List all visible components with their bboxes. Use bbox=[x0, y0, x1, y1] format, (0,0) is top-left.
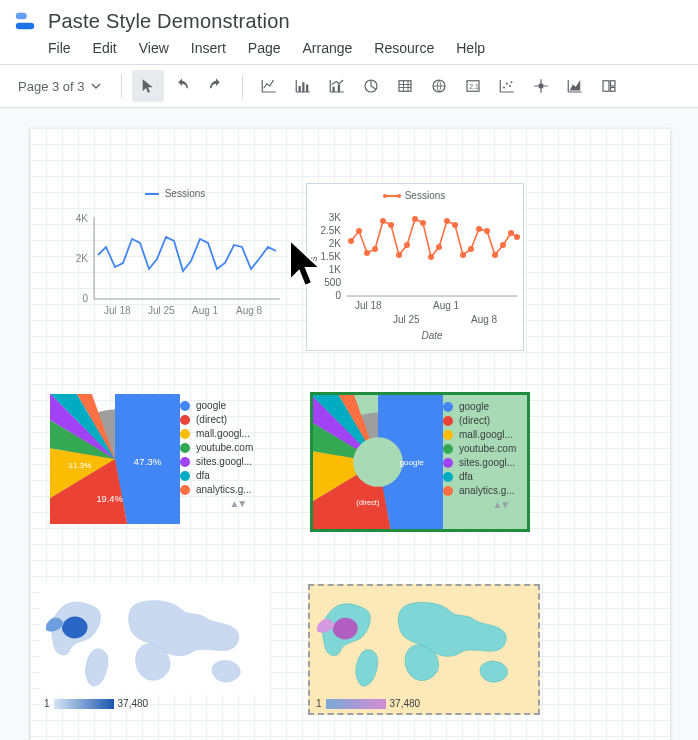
svg-text:Jul 18: Jul 18 bbox=[355, 300, 382, 311]
svg-point-13 bbox=[506, 83, 508, 85]
menu-edit[interactable]: Edit bbox=[93, 40, 117, 56]
pie-chart-icon[interactable] bbox=[355, 70, 387, 102]
area-chart-icon[interactable] bbox=[559, 70, 591, 102]
svg-point-54 bbox=[477, 227, 481, 231]
svg-rect-4 bbox=[306, 85, 308, 93]
geo-chart-icon[interactable] bbox=[423, 70, 455, 102]
svg-rect-6 bbox=[337, 85, 339, 93]
map-legend-gradient bbox=[54, 699, 114, 709]
svg-point-55 bbox=[485, 229, 489, 233]
svg-point-53 bbox=[469, 247, 473, 251]
document-title[interactable]: Paste Style Demonstration bbox=[48, 10, 290, 33]
svg-text:(direct): (direct) bbox=[356, 498, 379, 507]
svg-text:2K: 2K bbox=[329, 238, 342, 249]
svg-text:2K: 2K bbox=[76, 253, 89, 264]
svg-point-40 bbox=[365, 251, 369, 255]
menu-file[interactable]: File bbox=[48, 40, 71, 56]
page-selector-label: Page 3 of 3 bbox=[18, 79, 85, 94]
menu-view[interactable]: View bbox=[139, 40, 169, 56]
svg-text:2.5K: 2.5K bbox=[320, 225, 341, 236]
chart-sessions-line-right[interactable]: Sessions 3K 2.5K 2K 1.5K 1K 500 0 s bbox=[306, 183, 524, 351]
svg-text:Aug 8: Aug 8 bbox=[471, 314, 498, 325]
svg-text:1K: 1K bbox=[329, 264, 342, 275]
svg-rect-16 bbox=[538, 84, 543, 89]
svg-point-52 bbox=[461, 253, 465, 257]
svg-point-39 bbox=[357, 229, 361, 233]
svg-rect-3 bbox=[302, 82, 304, 92]
map-legend-min: 1 bbox=[44, 698, 50, 709]
scorecard-icon[interactable]: 2.1 bbox=[457, 70, 489, 102]
report-page[interactable]: Sessions 4K 2K 0 Jul 18 Jul 25 Aug 1 Aug… bbox=[30, 128, 670, 740]
svg-point-15 bbox=[510, 81, 512, 83]
bullet-chart-icon[interactable] bbox=[525, 70, 557, 102]
svg-text:11.3%: 11.3% bbox=[69, 461, 92, 470]
svg-text:19.4%: 19.4% bbox=[96, 494, 122, 504]
svg-text:0: 0 bbox=[82, 293, 88, 304]
pie-legend: google (direct) mall.googl... youtube.co… bbox=[180, 394, 253, 534]
undo-icon[interactable] bbox=[166, 70, 198, 102]
svg-text:Aug 1: Aug 1 bbox=[433, 300, 460, 311]
svg-rect-17 bbox=[603, 81, 609, 92]
svg-rect-19 bbox=[610, 88, 615, 92]
svg-point-50 bbox=[445, 219, 449, 223]
svg-text:Jul 25: Jul 25 bbox=[393, 314, 420, 325]
app-logo-icon bbox=[12, 8, 38, 34]
svg-point-84 bbox=[353, 437, 403, 487]
menu-insert[interactable]: Insert bbox=[191, 40, 226, 56]
svg-point-58 bbox=[509, 231, 513, 235]
svg-text:Aug 1: Aug 1 bbox=[192, 305, 219, 316]
svg-point-44 bbox=[397, 253, 401, 257]
menu-page[interactable]: Page bbox=[248, 40, 281, 56]
svg-text:s: s bbox=[308, 257, 319, 262]
svg-point-47 bbox=[421, 221, 425, 225]
chart-geomap-left[interactable]: 1 37,480 bbox=[40, 584, 270, 709]
svg-rect-2 bbox=[298, 86, 300, 92]
svg-rect-18 bbox=[610, 81, 615, 86]
menu-arrange[interactable]: Arrange bbox=[303, 40, 353, 56]
treemap-icon[interactable] bbox=[593, 70, 625, 102]
chevron-down-icon bbox=[91, 81, 101, 91]
svg-text:Aug 8: Aug 8 bbox=[236, 305, 263, 316]
toolbar-separator bbox=[242, 74, 243, 98]
svg-text:3K: 3K bbox=[329, 212, 342, 223]
svg-text:47.3%: 47.3% bbox=[134, 456, 162, 467]
legend-pager[interactable]: ▲▼ bbox=[443, 499, 516, 510]
bar-chart-icon[interactable] bbox=[287, 70, 319, 102]
combo-chart-icon[interactable] bbox=[321, 70, 353, 102]
svg-point-43 bbox=[389, 223, 393, 227]
svg-point-51 bbox=[453, 223, 457, 227]
svg-text:Date: Date bbox=[421, 330, 443, 341]
svg-text:google: google bbox=[400, 458, 425, 467]
svg-point-12 bbox=[503, 87, 505, 89]
chart-pie-right[interactable]: google (direct) google (direct) mall.goo… bbox=[310, 392, 530, 532]
line-chart-icon[interactable] bbox=[253, 70, 285, 102]
select-tool-icon[interactable] bbox=[132, 70, 164, 102]
svg-point-45 bbox=[405, 243, 409, 247]
svg-text:2.1: 2.1 bbox=[469, 83, 479, 90]
svg-text:Jul 25: Jul 25 bbox=[148, 305, 175, 316]
page-selector[interactable]: Page 3 of 3 bbox=[8, 79, 111, 94]
chart-geomap-right[interactable]: 1 37,480 bbox=[308, 584, 540, 715]
svg-point-49 bbox=[437, 245, 441, 249]
legend-label: Sessions bbox=[405, 190, 446, 201]
svg-text:0: 0 bbox=[335, 290, 341, 301]
table-chart-icon[interactable] bbox=[389, 70, 421, 102]
pie-legend: google (direct) mall.googl... youtube.co… bbox=[443, 395, 516, 529]
scatter-chart-icon[interactable] bbox=[491, 70, 523, 102]
legend-pager[interactable]: ▲▼ bbox=[180, 498, 253, 509]
map-legend-max: 37,480 bbox=[390, 698, 421, 709]
svg-point-42 bbox=[381, 219, 385, 223]
chart-pie-left[interactable]: 47.3% 19.4% 11.3% google (direct) mall.g… bbox=[50, 394, 280, 534]
map-legend-min: 1 bbox=[316, 698, 322, 709]
svg-rect-1 bbox=[16, 23, 34, 29]
menu-resource[interactable]: Resource bbox=[374, 40, 434, 56]
chart-sessions-line-left[interactable]: Sessions 4K 2K 0 Jul 18 Jul 25 Aug 1 Aug… bbox=[70, 188, 280, 328]
svg-rect-5 bbox=[332, 87, 334, 92]
redo-icon[interactable] bbox=[200, 70, 232, 102]
svg-point-48 bbox=[429, 255, 433, 259]
legend-label: Sessions bbox=[165, 188, 206, 199]
svg-point-57 bbox=[501, 243, 505, 247]
canvas[interactable]: Sessions 4K 2K 0 Jul 18 Jul 25 Aug 1 Aug… bbox=[0, 108, 698, 740]
svg-rect-8 bbox=[399, 81, 411, 92]
menu-help[interactable]: Help bbox=[456, 40, 485, 56]
